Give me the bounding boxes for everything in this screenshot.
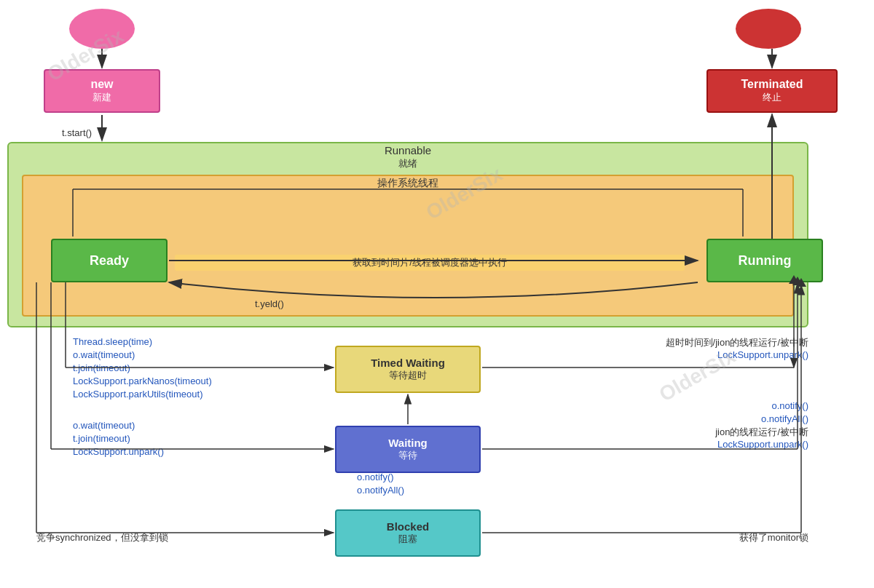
tjoin-w-label: t.join(timeout) <box>73 433 130 444</box>
running-state-box: Running <box>706 239 823 282</box>
new-label-zh: 新建 <box>92 91 111 104</box>
diagram-container: OlderSix OlderSix OlderSix new 新建 Termin… <box>0 0 874 588</box>
new-state-box: new 新建 <box>44 69 160 113</box>
jion-w-back-label: jion的线程运行/被中断 <box>715 426 808 439</box>
owait-w-label: o.wait(timeout) <box>73 420 135 431</box>
locksupport-parknanos-label: LockSupport.parkNanos(timeout) <box>73 376 212 386</box>
blocked-back-label: 获得了monitor锁 <box>739 531 808 544</box>
owait-timeout-label: o.wait(timeout) <box>73 349 135 360</box>
timed-waiting-state-box: Timed Waiting 等待超时 <box>335 346 481 393</box>
ready-state-box: Ready <box>51 239 168 282</box>
terminated-oval <box>736 9 801 49</box>
running-label-en: Running <box>739 253 792 269</box>
locksupport-parkutils-label: LockSupport.parkUtils(timeout) <box>73 389 202 400</box>
blocked-state-box: Blocked 阻塞 <box>335 509 481 557</box>
scheduler-label: 获取到时间片/线程被调度器选中执行 <box>175 255 685 271</box>
ready-label-en: Ready <box>90 253 129 269</box>
new-label-en: new <box>90 78 113 91</box>
waiting-label-zh: 等待 <box>398 449 417 462</box>
waiting-label-en: Waiting <box>388 437 428 449</box>
blocked-from-label: 竞争synchronized，但没拿到锁 <box>36 531 168 544</box>
timed-waiting-label-zh: 等待超时 <box>389 369 427 382</box>
thread-sleep-label: Thread.sleep(time) <box>73 336 152 347</box>
runnable-label-en: Runnable <box>0 144 816 156</box>
osthread-label: 操作系统线程 <box>22 177 794 190</box>
onotify-w-label: o.notify() <box>357 472 394 482</box>
timed-waiting-label-en: Timed Waiting <box>371 357 445 369</box>
tjoin-timeout-label: t.join(timeout) <box>73 362 130 373</box>
blocked-label-en: Blocked <box>387 520 429 533</box>
terminated-label-en: Terminated <box>741 78 803 91</box>
locksupport-unpark-tw-label: LockSupport.unpark() <box>717 349 808 360</box>
runnable-label-zh: 就绪 <box>0 157 816 170</box>
blocked-label-zh: 阻塞 <box>398 533 417 546</box>
waiting-state-box: Waiting 等待 <box>335 426 481 473</box>
timeout-back-label: 超时时间到/jion的线程运行/被中断 <box>666 336 808 349</box>
locksupport-unpark-w-label: LockSupport.unpark() <box>73 446 164 457</box>
tyeld-label: t.yeld() <box>255 298 284 309</box>
tstart-label: t.start() <box>62 127 92 138</box>
locksupport-unpark-w2-label: LockSupport.unpark() <box>717 439 808 450</box>
terminated-state-box: Terminated 终止 <box>706 69 838 113</box>
onotifyall-tw-label: o.notifyAll() <box>761 413 808 424</box>
terminated-label-zh: 终止 <box>763 91 782 104</box>
onotifyall-w-label: o.notifyAll() <box>357 485 404 496</box>
onotify-tw-label: o.notify() <box>771 400 808 411</box>
new-state-oval <box>69 9 135 49</box>
